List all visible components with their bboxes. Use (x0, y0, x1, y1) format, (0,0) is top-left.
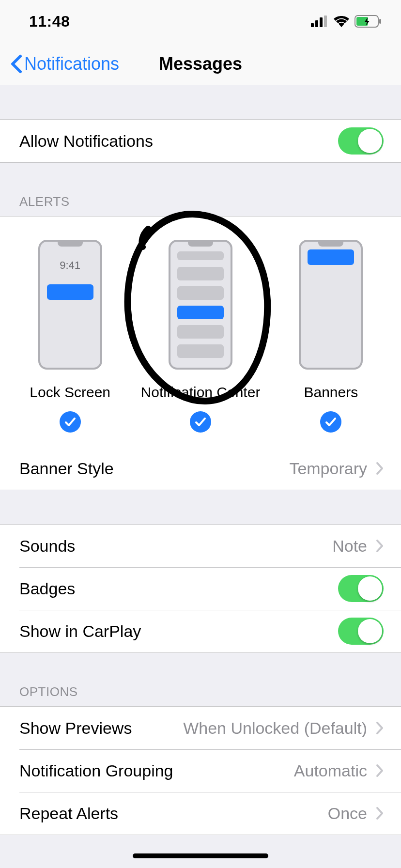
status-time: 11:48 (29, 13, 70, 31)
notification-center-checkbox[interactable] (190, 411, 211, 433)
allow-notifications-label: Allow Notifications (19, 132, 153, 151)
svg-rect-1 (315, 20, 318, 27)
svg-rect-2 (320, 17, 323, 27)
alert-lock-screen[interactable]: 9:41 Lock Screen (5, 240, 135, 433)
home-indicator[interactable] (133, 853, 268, 858)
lock-screen-preview: 9:41 (38, 240, 102, 370)
allow-notifications-toggle[interactable] (338, 127, 384, 155)
notification-center-preview (169, 240, 232, 370)
badges-row[interactable]: Badges (0, 567, 401, 610)
sounds-value: Note (332, 537, 367, 556)
show-previews-label: Show Previews (19, 719, 132, 738)
svg-rect-3 (324, 16, 327, 27)
notification-center-label: Notification Center (141, 384, 261, 401)
nav-bar: Notifications Messages (0, 43, 401, 85)
status-icons (311, 15, 382, 28)
alert-notification-center[interactable]: Notification Center (135, 240, 265, 433)
alerts-header: Alerts (0, 163, 401, 216)
carplay-row[interactable]: Show in CarPlay (0, 610, 401, 652)
banners-checkbox[interactable] (320, 411, 341, 433)
repeat-alerts-value: Once (328, 804, 367, 823)
show-previews-value: When Unlocked (Default) (183, 719, 367, 738)
back-label: Notifications (24, 54, 119, 74)
carplay-label: Show in CarPlay (19, 622, 141, 641)
checkmark-icon (325, 417, 337, 427)
chevron-right-icon (376, 462, 384, 475)
repeat-alerts-label: Repeat Alerts (19, 804, 118, 823)
chevron-right-icon (376, 806, 384, 820)
alerts-row: 9:41 Lock Screen Notification Center Ba (0, 216, 401, 447)
carplay-toggle[interactable] (338, 618, 384, 645)
badges-toggle[interactable] (338, 575, 384, 602)
chevron-right-icon (376, 764, 384, 777)
notification-grouping-row[interactable]: Notification Grouping Automatic (0, 749, 401, 792)
chevron-right-icon (376, 721, 384, 735)
alert-banners[interactable]: Banners (266, 240, 396, 433)
repeat-alerts-row[interactable]: Repeat Alerts Once (0, 792, 401, 835)
banners-label: Banners (304, 384, 358, 401)
banner-style-label: Banner Style (19, 459, 114, 478)
options-header: Options (0, 653, 401, 706)
allow-notifications-row[interactable]: Allow Notifications (0, 120, 401, 162)
checkmark-icon (195, 417, 206, 427)
battery-charging-icon (355, 15, 382, 28)
notification-grouping-label: Notification Grouping (19, 761, 173, 780)
chevron-right-icon (376, 539, 384, 553)
notification-grouping-value: Automatic (294, 761, 367, 780)
sounds-row[interactable]: Sounds Note (0, 525, 401, 567)
checkmark-icon (64, 417, 76, 427)
back-button[interactable]: Notifications (0, 54, 119, 74)
lock-screen-label: Lock Screen (30, 384, 110, 401)
banners-preview (299, 240, 363, 370)
lock-screen-checkbox[interactable] (60, 411, 81, 433)
banner-style-value: Temporary (289, 459, 367, 478)
chevron-left-icon (10, 54, 22, 74)
svg-rect-5 (379, 19, 381, 24)
wifi-icon (333, 16, 350, 27)
banner-style-row[interactable]: Banner Style Temporary (0, 447, 401, 490)
status-bar: 11:48 (0, 0, 401, 43)
sounds-label: Sounds (19, 537, 75, 556)
badges-label: Badges (19, 579, 75, 598)
svg-rect-0 (311, 23, 314, 27)
show-previews-row[interactable]: Show Previews When Unlocked (Default) (0, 707, 401, 749)
cellular-icon (311, 16, 328, 27)
